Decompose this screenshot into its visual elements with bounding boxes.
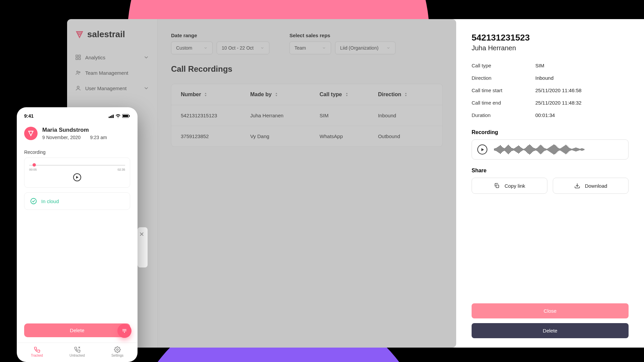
waveform-player [472, 139, 629, 160]
sidebar-item-user-management[interactable]: User Management [67, 80, 157, 96]
svg-point-17 [125, 329, 126, 330]
col-number[interactable]: Number [181, 92, 247, 98]
sort-icon [204, 92, 208, 97]
tab-tracked[interactable]: Tracked [17, 343, 57, 362]
svg-point-14 [31, 198, 37, 204]
svg-rect-8 [110, 116, 111, 118]
table-row[interactable]: 5421312315123 Juha Herranen SIM Inbound [171, 105, 442, 126]
brand-icon [75, 30, 84, 39]
sidebar-item-label: User Management [85, 85, 126, 91]
time-end: 02:35 [117, 168, 125, 171]
cell-call-type: SIM [320, 113, 375, 118]
tab-bar: Tracked Untracked Settings [17, 343, 138, 362]
info-value: Inbound [535, 75, 553, 81]
svg-rect-3 [79, 58, 80, 60]
svg-rect-1 [79, 55, 80, 57]
sort-icon [345, 92, 349, 97]
cloud-status-card: In cloud [24, 192, 130, 210]
play-icon [75, 176, 79, 179]
download-button[interactable]: Download [553, 178, 629, 194]
delete-button[interactable]: Delete [472, 323, 629, 338]
detail-number: 542131231523 [472, 33, 629, 43]
info-value: 00:01:34 [535, 112, 555, 118]
date-range-label: Date range [171, 33, 269, 38]
close-button[interactable]: Close [472, 303, 629, 318]
cell-direction: Inbound [378, 113, 433, 118]
svg-rect-0 [76, 55, 77, 57]
chevron-down-icon [143, 54, 149, 60]
chevron-down-icon [260, 46, 264, 50]
svg-point-15 [123, 329, 124, 330]
org-select[interactable]: Liid (Organization) [335, 42, 395, 54]
status-icons [109, 114, 130, 118]
svg-rect-12 [123, 115, 128, 117]
svg-rect-7 [109, 117, 110, 118]
table-row[interactable]: 3759123852 Vy Dang WhatsApp Outbound [171, 126, 442, 146]
chevron-down-icon [322, 46, 326, 50]
phone-missed-icon [74, 346, 80, 353]
dialpad-icon [122, 328, 127, 334]
svg-rect-13 [129, 115, 130, 117]
sidebar-item-analytics[interactable]: Analytics [67, 50, 157, 65]
info-label: Duration [472, 112, 535, 118]
contact-time: 9:23 am [90, 135, 107, 140]
scrub-handle[interactable] [33, 163, 36, 167]
svg-rect-2 [76, 58, 77, 60]
chevron-down-icon [143, 85, 149, 91]
download-icon [574, 183, 580, 189]
waveform[interactable] [494, 144, 623, 155]
info-label: Call time start [472, 87, 535, 93]
svg-rect-25 [496, 185, 499, 188]
sidebar-item-team-management[interactable]: Team Management [67, 65, 157, 80]
gear-icon [114, 346, 121, 353]
fab-button[interactable] [117, 324, 131, 338]
close-icon[interactable]: ✕ [139, 231, 144, 238]
info-value: SIM [535, 63, 544, 68]
brand-icon [28, 130, 34, 137]
share-label: Share [472, 168, 629, 174]
svg-point-20 [125, 330, 126, 331]
cell-made-by: Vy Dang [250, 133, 316, 139]
svg-point-16 [124, 329, 125, 330]
signal-icon [109, 114, 114, 118]
detail-panel: 542131231523 Juha Herranen Call typeSIM … [456, 19, 644, 348]
sidebar-item-label: Analytics [85, 55, 105, 60]
tab-untracked[interactable]: Untracked [57, 343, 97, 362]
delete-button[interactable]: Delete [24, 323, 130, 337]
team-select[interactable]: Team [289, 42, 331, 54]
recording-card: 00:05 02:35 [24, 158, 130, 188]
recording-label: Recording [472, 129, 629, 135]
col-made-by[interactable]: Made by [250, 92, 316, 98]
reps-filter: Select sales reps Team Liid (Organizatio… [289, 33, 395, 54]
play-button[interactable] [73, 173, 81, 181]
recordings-table: Number Made by Call type Direction 54213… [171, 84, 443, 147]
section-title: Call Recordings [171, 64, 443, 74]
wifi-icon [115, 114, 121, 118]
user-icon [75, 85, 81, 91]
play-button[interactable] [477, 144, 487, 155]
contact-name: Maria Sundstrom [42, 127, 107, 133]
date-preset-select[interactable]: Custom [171, 42, 213, 54]
brand-name: salestrail [87, 29, 125, 40]
sort-icon [404, 92, 408, 97]
col-call-type[interactable]: Call type [320, 92, 375, 98]
sort-icon [274, 92, 278, 97]
detail-name: Juha Herranen [472, 44, 629, 52]
cell-number: 5421312315123 [181, 113, 247, 118]
col-direction[interactable]: Direction [378, 92, 433, 98]
cell-direction: Outbound [378, 133, 433, 139]
svg-point-4 [77, 71, 78, 73]
contact-date: 9 November, 2020 [42, 135, 80, 140]
info-label: Direction [472, 75, 535, 81]
avatar [24, 127, 38, 140]
cloud-status: In cloud [41, 198, 59, 204]
scrubber[interactable] [29, 164, 125, 167]
mobile-header: Maria Sundstrom 9 November, 2020 9:23 am [17, 123, 138, 143]
date-range-select[interactable]: 10 Oct - 22 Oct [217, 42, 269, 54]
tab-settings[interactable]: Settings [97, 343, 138, 362]
reps-label: Select sales reps [289, 33, 395, 38]
time-start: 00:05 [29, 168, 37, 171]
copy-link-button[interactable]: Copy link [472, 178, 547, 194]
svg-rect-10 [113, 115, 114, 118]
chevron-down-icon [386, 46, 390, 50]
